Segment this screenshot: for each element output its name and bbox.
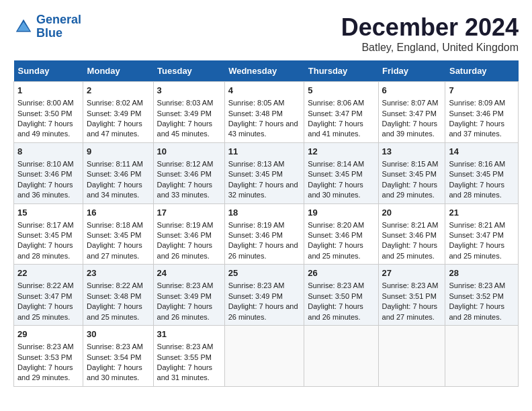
day-number: 13 bbox=[382, 146, 442, 158]
table-row: 13Sunrise: 8:15 AMSunset: 3:45 PMDayligh… bbox=[378, 142, 445, 203]
table-row bbox=[378, 326, 445, 387]
title-area: December 2024 Batley, England, United Ki… bbox=[341, 13, 519, 54]
calendar-week-row: 22Sunrise: 8:22 AMSunset: 3:47 PMDayligh… bbox=[14, 265, 519, 326]
table-row: 30Sunrise: 8:23 AMSunset: 3:54 PMDayligh… bbox=[83, 326, 153, 387]
table-row: 4Sunrise: 8:05 AMSunset: 3:48 PMDaylight… bbox=[224, 82, 304, 143]
table-row: 15Sunrise: 8:17 AMSunset: 3:45 PMDayligh… bbox=[14, 203, 83, 265]
day-number: 22 bbox=[17, 267, 79, 279]
table-row: 9Sunrise: 8:11 AMSunset: 3:46 PMDaylight… bbox=[83, 142, 153, 203]
day-number: 7 bbox=[449, 85, 515, 97]
table-row: 23Sunrise: 8:22 AMSunset: 3:48 PMDayligh… bbox=[83, 265, 153, 326]
day-number: 12 bbox=[308, 146, 374, 158]
table-row: 1Sunrise: 8:00 AMSunset: 3:50 PMDaylight… bbox=[14, 82, 83, 143]
table-row bbox=[445, 326, 519, 387]
calendar-week-row: 15Sunrise: 8:17 AMSunset: 3:45 PMDayligh… bbox=[14, 203, 519, 265]
table-row: 11Sunrise: 8:13 AMSunset: 3:45 PMDayligh… bbox=[224, 142, 304, 203]
day-number: 15 bbox=[17, 207, 79, 219]
day-number: 24 bbox=[157, 267, 221, 279]
day-number: 29 bbox=[17, 328, 79, 340]
day-number: 8 bbox=[17, 146, 79, 158]
table-row bbox=[304, 326, 378, 387]
table-row: 29Sunrise: 8:23 AMSunset: 3:53 PMDayligh… bbox=[14, 326, 83, 387]
table-row: 28Sunrise: 8:23 AMSunset: 3:52 PMDayligh… bbox=[445, 265, 519, 326]
table-row: 8Sunrise: 8:10 AMSunset: 3:46 PMDaylight… bbox=[14, 142, 83, 203]
logo-icon bbox=[13, 17, 34, 37]
calendar-week-row: 1Sunrise: 8:00 AMSunset: 3:50 PMDaylight… bbox=[14, 82, 519, 143]
table-row: 3Sunrise: 8:03 AMSunset: 3:49 PMDaylight… bbox=[153, 82, 224, 143]
logo: General Blue bbox=[13, 13, 81, 40]
day-number: 23 bbox=[87, 267, 149, 279]
day-number: 21 bbox=[449, 207, 515, 219]
table-row: 27Sunrise: 8:23 AMSunset: 3:51 PMDayligh… bbox=[378, 265, 445, 326]
day-number: 31 bbox=[157, 328, 221, 340]
table-row: 22Sunrise: 8:22 AMSunset: 3:47 PMDayligh… bbox=[14, 265, 83, 326]
table-row: 5Sunrise: 8:06 AMSunset: 3:47 PMDaylight… bbox=[304, 82, 378, 143]
calendar-week-row: 8Sunrise: 8:10 AMSunset: 3:46 PMDaylight… bbox=[14, 142, 519, 203]
day-number: 19 bbox=[308, 207, 374, 219]
main-title: December 2024 bbox=[341, 13, 519, 42]
day-number: 10 bbox=[157, 146, 221, 158]
day-number: 27 bbox=[382, 267, 442, 279]
day-number: 3 bbox=[157, 85, 221, 97]
day-number: 6 bbox=[382, 85, 442, 97]
table-row: 12Sunrise: 8:14 AMSunset: 3:45 PMDayligh… bbox=[304, 142, 378, 203]
logo-text: General Blue bbox=[36, 13, 81, 40]
table-row: 10Sunrise: 8:12 AMSunset: 3:46 PMDayligh… bbox=[153, 142, 224, 203]
col-thursday: Thursday bbox=[304, 60, 378, 82]
table-row: 7Sunrise: 8:09 AMSunset: 3:46 PMDaylight… bbox=[445, 82, 519, 143]
col-sunday: Sunday bbox=[14, 60, 83, 82]
table-row: 20Sunrise: 8:21 AMSunset: 3:46 PMDayligh… bbox=[378, 203, 445, 265]
day-number: 18 bbox=[228, 207, 301, 219]
table-row: 31Sunrise: 8:23 AMSunset: 3:55 PMDayligh… bbox=[153, 326, 224, 387]
day-number: 20 bbox=[382, 207, 442, 219]
subtitle: Batley, England, United Kingdom bbox=[341, 42, 519, 54]
table-row: 18Sunrise: 8:19 AMSunset: 3:46 PMDayligh… bbox=[224, 203, 304, 265]
table-row: 16Sunrise: 8:18 AMSunset: 3:45 PMDayligh… bbox=[83, 203, 153, 265]
day-number: 28 bbox=[449, 267, 515, 279]
day-number: 26 bbox=[308, 267, 374, 279]
day-number: 17 bbox=[157, 207, 221, 219]
table-row: 17Sunrise: 8:19 AMSunset: 3:46 PMDayligh… bbox=[153, 203, 224, 265]
day-number: 11 bbox=[228, 146, 301, 158]
day-number: 4 bbox=[228, 85, 301, 97]
day-number: 1 bbox=[17, 85, 79, 97]
header-row: Sunday Monday Tuesday Wednesday Thursday… bbox=[14, 60, 519, 82]
day-number: 9 bbox=[87, 146, 149, 158]
page-header: General Blue December 2024 Batley, Engla… bbox=[13, 13, 519, 54]
col-monday: Monday bbox=[83, 60, 153, 82]
col-friday: Friday bbox=[378, 60, 445, 82]
logo-line2: Blue bbox=[36, 26, 62, 40]
table-row: 25Sunrise: 8:23 AMSunset: 3:49 PMDayligh… bbox=[224, 265, 304, 326]
col-tuesday: Tuesday bbox=[153, 60, 224, 82]
calendar-table: Sunday Monday Tuesday Wednesday Thursday… bbox=[13, 60, 519, 387]
day-number: 2 bbox=[87, 85, 149, 97]
day-number: 25 bbox=[228, 267, 301, 279]
day-number: 16 bbox=[87, 207, 149, 219]
logo-line1: General bbox=[36, 13, 81, 26]
table-row bbox=[224, 326, 304, 387]
day-number: 14 bbox=[449, 146, 515, 158]
table-row: 6Sunrise: 8:07 AMSunset: 3:47 PMDaylight… bbox=[378, 82, 445, 143]
table-row: 21Sunrise: 8:21 AMSunset: 3:47 PMDayligh… bbox=[445, 203, 519, 265]
col-wednesday: Wednesday bbox=[224, 60, 304, 82]
table-row: 2Sunrise: 8:02 AMSunset: 3:49 PMDaylight… bbox=[83, 82, 153, 143]
day-number: 30 bbox=[87, 328, 149, 340]
calendar-week-row: 29Sunrise: 8:23 AMSunset: 3:53 PMDayligh… bbox=[14, 326, 519, 387]
table-row: 24Sunrise: 8:23 AMSunset: 3:49 PMDayligh… bbox=[153, 265, 224, 326]
table-row: 14Sunrise: 8:16 AMSunset: 3:45 PMDayligh… bbox=[445, 142, 519, 203]
day-number: 5 bbox=[308, 85, 374, 97]
table-row: 19Sunrise: 8:20 AMSunset: 3:46 PMDayligh… bbox=[304, 203, 378, 265]
table-row: 26Sunrise: 8:23 AMSunset: 3:50 PMDayligh… bbox=[304, 265, 378, 326]
col-saturday: Saturday bbox=[445, 60, 519, 82]
